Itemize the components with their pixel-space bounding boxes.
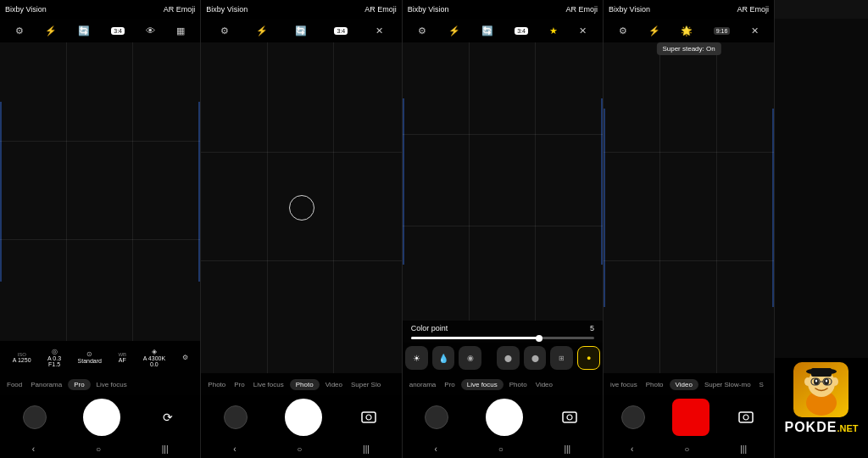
flip-icon-4	[737, 409, 754, 426]
viewfinder-3[interactable]	[403, 42, 603, 321]
lf-effect-blur1[interactable]: ⬤	[497, 346, 520, 370]
mode-video-3[interactable]: Video	[533, 380, 555, 389]
recent-btn-1[interactable]: |||	[162, 444, 169, 454]
mode-live-focus[interactable]: Live focus	[94, 380, 130, 389]
gallery-thumb-4[interactable]	[621, 405, 645, 429]
back-btn-2[interactable]: ‹	[233, 444, 236, 454]
mode-pro[interactable]: Pro	[68, 379, 90, 390]
timer-icon-1[interactable]: 🔄	[78, 25, 90, 36]
flash-icon-2[interactable]: ⚡	[256, 25, 268, 36]
color-point-slider[interactable]	[411, 337, 594, 339]
flash-icon-3[interactable]: ⚡	[448, 25, 460, 36]
mode-video-2[interactable]: Video	[323, 380, 345, 389]
camera-panel-2: Bixby Vision AR Emoji ⚙ ⚡ 🔄 3:4 ✕ Photo …	[201, 0, 402, 458]
lf-effect-drop[interactable]: 💧	[432, 346, 455, 370]
mode-anorama-3[interactable]: anorama	[407, 380, 439, 389]
flip-camera-2[interactable]	[359, 407, 379, 427]
mode-pro-2[interactable]: Pro	[231, 380, 247, 389]
shutter-btn-4[interactable]	[672, 399, 709, 436]
recent-btn-4[interactable]: |||	[740, 444, 747, 454]
flip-camera-3[interactable]	[559, 407, 580, 427]
shutter-btn-1[interactable]	[83, 399, 120, 436]
gallery-thumb-1[interactable]	[23, 405, 47, 429]
star-icon-3[interactable]: ★	[549, 25, 558, 36]
iso-setting[interactable]: ISO A 1250	[13, 352, 31, 363]
mode-superslo-2[interactable]: Super Slo	[348, 380, 383, 389]
mode-livefocus-2[interactable]: Live focus	[251, 380, 287, 389]
mode-photo-3[interactable]: Photo	[507, 380, 530, 389]
ar-emoji-link-4[interactable]: AR Emoji	[737, 5, 769, 14]
close-icon-4[interactable]: ✕	[751, 25, 759, 36]
recent-btn-2[interactable]: |||	[363, 444, 370, 454]
settings-icon-3[interactable]: ⚙	[418, 25, 426, 36]
bixby-vision-link-1[interactable]: Bixby Vision	[5, 5, 47, 14]
home-btn-3[interactable]: ○	[498, 444, 504, 454]
bixby-vision-link-4[interactable]: Bixby Vision	[609, 5, 650, 14]
home-btn-2[interactable]: ○	[297, 444, 302, 454]
mode-photo-4[interactable]: Photo	[643, 380, 666, 389]
flash-icon-4[interactable]: ⚡	[648, 25, 660, 36]
ratio-badge-3[interactable]: 3:4	[515, 27, 528, 35]
lf-effect-blur2[interactable]: ⬤	[524, 346, 547, 370]
shutter-btn-3[interactable]	[486, 399, 523, 436]
svg-rect-18	[811, 368, 832, 377]
ar-emoji-link-2[interactable]: AR Emoji	[364, 5, 397, 14]
settings-icon-1[interactable]: ⚙	[15, 25, 24, 36]
bixby-vision-link-2[interactable]: Bixby Vision	[206, 5, 248, 14]
viewfinder-4[interactable]	[604, 42, 774, 373]
mode-setting[interactable]: ⊙ Standard	[78, 350, 102, 364]
logo-char-box	[793, 362, 849, 417]
mode-photo-2[interactable]: Photo	[205, 380, 228, 389]
back-btn-1[interactable]: ‹	[32, 444, 35, 454]
ar-emoji-link-1[interactable]: AR Emoji	[164, 5, 196, 14]
ar-emoji-link-3[interactable]: AR Emoji	[566, 5, 598, 14]
lf-effect-circle[interactable]: ◉	[459, 346, 481, 370]
eye-icon-1[interactable]: 👁	[146, 25, 155, 36]
bixby-vision-link-3[interactable]: Bixby Vision	[408, 5, 449, 14]
mode-food[interactable]: Food	[4, 380, 25, 389]
camera-panel-4: Bixby Vision AR Emoji ⚙ ⚡ 🌟 9:16 ✕ Super…	[604, 0, 775, 458]
aperture-val1: A 0.3	[47, 355, 61, 361]
wb-setting[interactable]: WB AF	[118, 352, 126, 363]
mode-video-active-4[interactable]: Video	[670, 379, 698, 390]
aperture-setting[interactable]: ◎ A 0.3 F1.5	[47, 348, 61, 367]
flash-icon-1[interactable]: ⚡	[45, 25, 57, 36]
timer-icon-3[interactable]: 🔄	[481, 25, 493, 36]
flip-camera-1[interactable]: ⟳	[158, 407, 178, 427]
mode-superslo-4[interactable]: Super Slow-mo	[702, 380, 754, 389]
lf-effect-grid[interactable]: ⊞	[550, 346, 573, 370]
nav-bar-2: ‹ ○ |||	[201, 439, 401, 458]
close-icon-2[interactable]: ✕	[376, 25, 383, 36]
gallery-thumb-3[interactable]	[425, 405, 448, 429]
back-btn-4[interactable]: ‹	[631, 444, 633, 454]
recent-btn-3[interactable]: |||	[564, 444, 570, 454]
timer-icon-2[interactable]: 🔄	[295, 25, 307, 36]
back-btn-3[interactable]: ‹	[435, 444, 437, 454]
home-btn-4[interactable]: ○	[684, 444, 689, 454]
lf-effect-sun[interactable]: ☀	[405, 346, 428, 370]
settings-icon-2[interactable]: ⚙	[220, 25, 229, 36]
ratio-badge-1[interactable]: 3:4	[111, 27, 125, 35]
mode-photo-active-2[interactable]: Photo	[290, 379, 320, 390]
gallery-thumb-2[interactable]	[224, 405, 248, 429]
flip-camera-4[interactable]	[736, 407, 756, 427]
ratio-badge-4[interactable]: 9:16	[714, 27, 731, 35]
mode-livefocus-active-3[interactable]: Live focus	[461, 379, 504, 390]
settings-icon-4[interactable]: ⚙	[619, 25, 627, 36]
viewfinder-2[interactable]	[201, 42, 401, 373]
slider-thumb[interactable]	[536, 335, 542, 342]
mode-panorama[interactable]: Panorama	[28, 380, 64, 389]
accent-left-3	[403, 98, 404, 265]
mode-s-4[interactable]: S	[757, 380, 766, 389]
supersteady-icon-4[interactable]: 🌟	[681, 25, 693, 36]
extra-setting[interactable]: ⚙	[182, 354, 188, 361]
ratio-badge-2[interactable]: 3:4	[334, 27, 348, 35]
grid-icon-1[interactable]: ▦	[176, 25, 185, 36]
wb-temp-setting[interactable]: ◈ A 4300K 0.0	[143, 348, 165, 367]
home-btn-1[interactable]: ○	[96, 444, 101, 454]
lf-effect-color[interactable]: ●	[577, 346, 600, 370]
close-icon-3[interactable]: ✕	[579, 25, 587, 36]
shutter-btn-2[interactable]	[285, 399, 322, 436]
mode-pro-3[interactable]: Pro	[442, 380, 457, 389]
mode-ivefocus-4[interactable]: ive focus	[608, 380, 640, 389]
